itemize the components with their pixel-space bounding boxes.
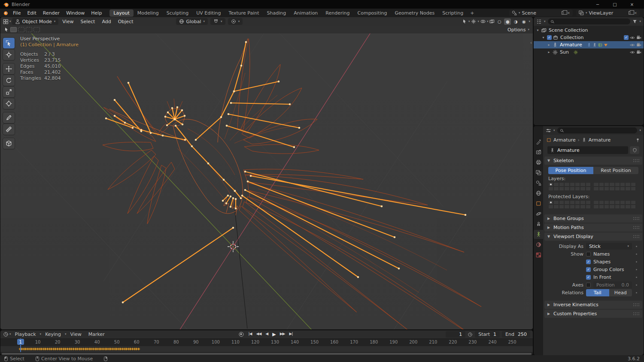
- properties-tab-material[interactable]: [534, 240, 543, 249]
- checkbox-group-colors[interactable]: ✓: [586, 267, 591, 272]
- outliner-search-input[interactable]: [548, 18, 631, 24]
- visibility-checkbox[interactable]: ✓: [624, 35, 629, 40]
- layer-cell[interactable]: [559, 200, 564, 205]
- panel-grip-icon[interactable]: [633, 159, 639, 163]
- playback-play-reverse-button[interactable]: ◀: [264, 332, 270, 337]
- scrollbar-thumb[interactable]: [2, 353, 532, 355]
- layer-cell[interactable]: [631, 200, 636, 205]
- editor-type-icon[interactable]: [546, 128, 551, 133]
- checkbox-shapes[interactable]: ✓: [586, 259, 591, 264]
- chevron-down-icon[interactable]: ▾: [639, 129, 641, 132]
- tool-rotate[interactable]: [3, 75, 15, 86]
- select-mode-extend-icon[interactable]: [18, 27, 24, 32]
- layer-cell[interactable]: [625, 182, 630, 187]
- menu-marker[interactable]: Marker: [85, 332, 108, 337]
- layer-cell[interactable]: [553, 205, 559, 209]
- properties-tab-output[interactable]: [534, 158, 543, 167]
- layer-cell[interactable]: [553, 187, 559, 191]
- new-viewlayer-button[interactable]: [629, 11, 632, 15]
- layer-cell[interactable]: [553, 182, 559, 187]
- layer-cell[interactable]: [620, 187, 625, 191]
- layer-cell[interactable]: [604, 182, 609, 187]
- layer-cell[interactable]: [599, 200, 604, 205]
- layer-cell[interactable]: [586, 205, 591, 209]
- layer-cell[interactable]: [575, 205, 580, 209]
- animate-dot-icon[interactable]: [635, 284, 638, 286]
- editor-type-icon[interactable]: [536, 19, 542, 24]
- layer-cell[interactable]: [586, 187, 591, 191]
- menu-playback[interactable]: Playback: [12, 332, 39, 337]
- playback-prev-key-button[interactable]: ◀◀: [254, 332, 263, 337]
- layer-cell[interactable]: [559, 182, 564, 187]
- clock-icon[interactable]: [468, 332, 473, 337]
- layer-cell[interactable]: [580, 187, 585, 191]
- layer-cell[interactable]: [564, 200, 569, 205]
- menu-window[interactable]: Window: [63, 10, 88, 16]
- workspace-tab-texture-paint[interactable]: Texture Paint: [225, 9, 263, 17]
- workspace-tab-geometry-nodes[interactable]: Geometry Nodes: [391, 9, 438, 17]
- delete-scene-button[interactable]: ×: [567, 11, 570, 15]
- properties-tab-data[interactable]: [534, 230, 543, 239]
- proportional-editing[interactable]: ▾: [228, 18, 243, 25]
- menu-view[interactable]: View: [67, 332, 85, 337]
- region-collapse-arrow[interactable]: ‹: [530, 40, 532, 45]
- viewlayer-selector[interactable]: ▾ ViewLayer ×: [576, 9, 640, 16]
- layer-cell[interactable]: [564, 187, 569, 191]
- layer-cell[interactable]: [570, 182, 575, 187]
- workspace-tab-scripting[interactable]: Scripting: [438, 9, 467, 17]
- layer-cell[interactable]: [580, 200, 585, 205]
- overlays-icon[interactable]: [480, 19, 486, 24]
- blender-menu-icon[interactable]: [3, 10, 9, 16]
- pose-position-button[interactable]: Pose Position: [548, 167, 593, 174]
- layer-cell[interactable]: [593, 187, 598, 191]
- properties-tab-tool[interactable]: [534, 137, 543, 146]
- layer-cell[interactable]: [620, 200, 625, 205]
- axes-checkbox[interactable]: [586, 283, 591, 287]
- layer-cell[interactable]: [593, 200, 598, 205]
- menu-render[interactable]: Render: [40, 10, 63, 16]
- menu-select[interactable]: Select: [77, 19, 98, 24]
- properties-tab-constraints[interactable]: [534, 220, 543, 229]
- fake-user-button[interactable]: [630, 146, 639, 154]
- breadcrumb-object[interactable]: Armature: [553, 137, 576, 143]
- layer-cell[interactable]: [599, 187, 604, 191]
- layer-cell[interactable]: [631, 182, 636, 187]
- snapping-selector[interactable]: ▾: [210, 18, 225, 25]
- layer-cell[interactable]: [548, 200, 553, 205]
- scene-name[interactable]: Scene: [522, 10, 560, 16]
- end-frame-field[interactable]: End250: [502, 331, 530, 338]
- mode-selector[interactable]: Object Mode ▾: [12, 18, 59, 25]
- select-mode-new-icon[interactable]: [10, 27, 17, 32]
- layer-cell[interactable]: [593, 205, 598, 209]
- outliner-row-sun[interactable]: ▸Sun: [534, 48, 644, 56]
- breadcrumb-data[interactable]: Armature: [589, 137, 611, 143]
- layer-cell[interactable]: [559, 187, 564, 191]
- animate-dot-icon[interactable]: [635, 277, 638, 278]
- layer-cell[interactable]: [609, 200, 614, 205]
- layer-cell[interactable]: [580, 182, 585, 187]
- shading-material-button[interactable]: ◑: [512, 18, 519, 25]
- xray-toggle-icon[interactable]: [489, 19, 495, 24]
- menu-edit[interactable]: Edit: [24, 10, 39, 16]
- layer-cell[interactable]: [570, 205, 575, 209]
- workspace-tab-rendering[interactable]: Rendering: [322, 9, 353, 17]
- menu-help[interactable]: Help: [88, 10, 105, 16]
- shading-rendered-button[interactable]: ◉: [520, 18, 527, 25]
- playback-jump-end-button[interactable]: ▶|: [288, 332, 295, 337]
- shading-solid-button[interactable]: ●: [504, 18, 511, 25]
- workspace-tab-shading[interactable]: Shading: [263, 9, 290, 17]
- disclosure-icon[interactable]: ▾: [541, 36, 546, 39]
- tool-transform[interactable]: [3, 98, 15, 109]
- animate-dot-icon[interactable]: [635, 269, 638, 270]
- new-scene-button[interactable]: [562, 11, 565, 15]
- scene-selector[interactable]: ▾ Scene ×: [509, 9, 573, 16]
- orientation-selector[interactable]: Global ▾: [176, 18, 208, 25]
- viewlayer-name[interactable]: ViewLayer: [589, 10, 627, 16]
- keyframe-diamond[interactable]: [137, 347, 140, 351]
- select-mode-subtract-icon[interactable]: [26, 27, 32, 32]
- options-button[interactable]: Options ▾: [507, 27, 529, 33]
- properties-search-input[interactable]: [557, 127, 638, 133]
- select-mode-invert-icon[interactable]: [33, 27, 40, 32]
- editor-type-icon[interactable]: [3, 332, 9, 337]
- layer-cell[interactable]: [564, 182, 569, 187]
